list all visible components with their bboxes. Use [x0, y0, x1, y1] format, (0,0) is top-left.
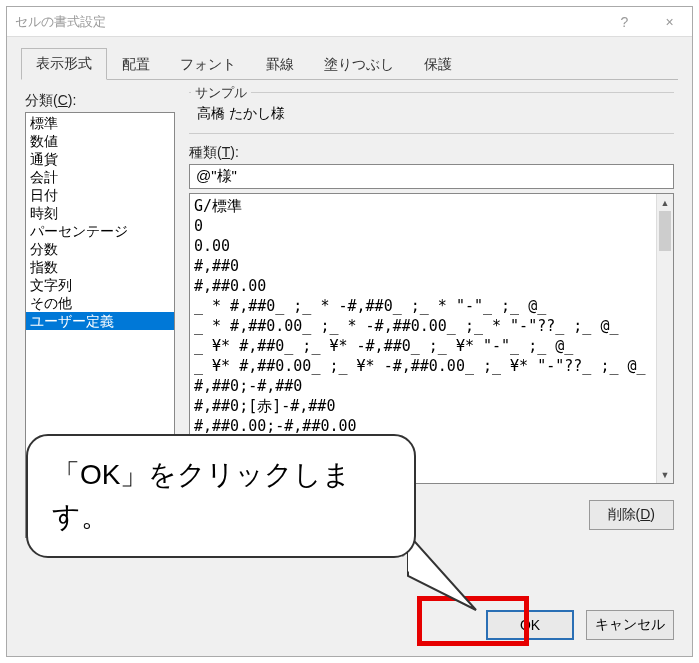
list-item[interactable]: _ ¥* #,##0.00_ ;_ ¥* -#,##0.00_ ;_ ¥* "-…: [194, 356, 652, 376]
close-button[interactable]: ×: [647, 7, 692, 37]
list-item[interactable]: 時刻: [26, 204, 174, 222]
list-item[interactable]: 標準: [26, 114, 174, 132]
scroll-thumb[interactable]: [659, 211, 671, 251]
list-item[interactable]: 日付: [26, 186, 174, 204]
category-label: 分類(C):: [25, 92, 175, 110]
scrollbar[interactable]: ▲ ▼: [656, 194, 673, 483]
sample-label: サンプル: [191, 84, 251, 102]
instruction-callout: 「OK」をクリックします。: [26, 434, 416, 558]
scroll-track[interactable]: [657, 211, 673, 466]
list-item[interactable]: #,##0.00: [194, 276, 652, 296]
list-item[interactable]: 0.00: [194, 236, 652, 256]
list-item[interactable]: 0: [194, 216, 652, 236]
scroll-up-icon[interactable]: ▲: [657, 194, 673, 211]
list-item[interactable]: #,##0.00;-#,##0.00: [194, 416, 652, 436]
svg-marker-0: [408, 534, 476, 610]
list-item-custom[interactable]: ユーザー定義: [26, 312, 174, 330]
list-item[interactable]: 文字列: [26, 276, 174, 294]
titlebar: セルの書式設定 ? ×: [7, 7, 692, 37]
dialog-title: セルの書式設定: [15, 13, 106, 31]
ok-button[interactable]: OK: [486, 610, 574, 640]
callout-text: 「OK」をクリックします。: [52, 454, 390, 538]
list-item[interactable]: #,##0: [194, 256, 652, 276]
format-cells-dialog: セルの書式設定 ? × 表示形式 配置 フォント 罫線 塗りつぶし 保護 分類(…: [6, 6, 693, 657]
cancel-button[interactable]: キャンセル: [586, 610, 674, 640]
help-button[interactable]: ?: [602, 7, 647, 37]
list-item[interactable]: その他: [26, 294, 174, 312]
list-item[interactable]: 分数: [26, 240, 174, 258]
list-item[interactable]: #,##0;[赤]-#,##0: [194, 396, 652, 416]
sample-value: 高橋 たかし様: [195, 97, 668, 123]
callout-tail-icon: [402, 528, 492, 618]
dialog-buttons: OK キャンセル: [7, 598, 692, 656]
list-item[interactable]: G/標準: [194, 196, 652, 216]
tab-number-format[interactable]: 表示形式: [21, 48, 107, 80]
list-item[interactable]: #,##0;-#,##0: [194, 376, 652, 396]
tab-alignment[interactable]: 配置: [107, 49, 165, 80]
sample-group: サンプル 高橋 たかし様: [189, 92, 674, 134]
scroll-down-icon[interactable]: ▼: [657, 466, 673, 483]
tab-protection[interactable]: 保護: [409, 49, 467, 80]
delete-button[interactable]: 削除(D): [589, 500, 674, 530]
list-item[interactable]: _ ¥* #,##0_ ;_ ¥* -#,##0_ ;_ ¥* "-"_ ;_ …: [194, 336, 652, 356]
list-item[interactable]: _ * #,##0.00_ ;_ * -#,##0.00_ ;_ * "-"??…: [194, 316, 652, 336]
tabstrip: 表示形式 配置 フォント 罫線 塗りつぶし 保護: [7, 37, 692, 79]
list-item[interactable]: パーセンテージ: [26, 222, 174, 240]
list-item[interactable]: 通貨: [26, 150, 174, 168]
tab-border[interactable]: 罫線: [251, 49, 309, 80]
tab-fill[interactable]: 塗りつぶし: [309, 49, 409, 80]
list-item[interactable]: 数値: [26, 132, 174, 150]
list-item[interactable]: 指数: [26, 258, 174, 276]
list-item[interactable]: _ * #,##0_ ;_ * -#,##0_ ;_ * "-"_ ;_ @_: [194, 296, 652, 316]
type-input[interactable]: [189, 164, 674, 189]
type-label: 種類(T):: [189, 144, 674, 162]
list-item[interactable]: 会計: [26, 168, 174, 186]
tab-font[interactable]: フォント: [165, 49, 251, 80]
